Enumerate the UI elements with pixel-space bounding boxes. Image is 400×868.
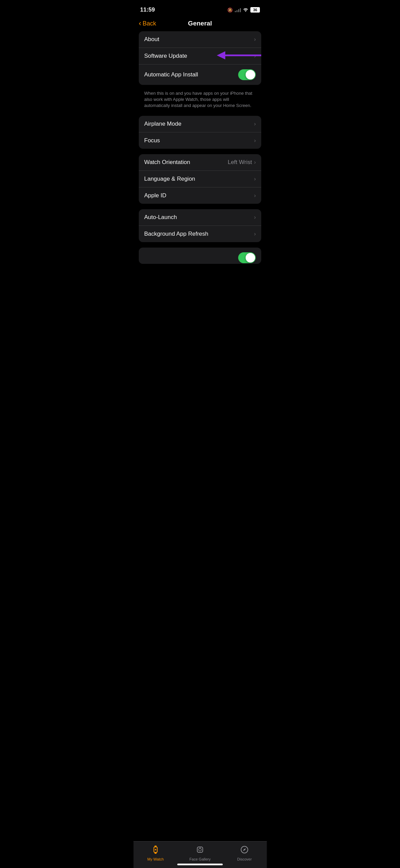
battery-level: 36 — [250, 7, 260, 13]
status-icons: 🔕 36 — [227, 7, 260, 13]
auto-launch-row[interactable]: Auto-Launch › — [139, 209, 261, 226]
battery: 36 — [250, 7, 260, 13]
background-app-refresh-chevron-icon: › — [254, 231, 256, 237]
settings-group-4: Auto-Launch › Background App Refresh › — [139, 209, 261, 242]
back-button[interactable]: ‹ Back — [139, 20, 156, 27]
airplane-mode-chevron-icon: › — [254, 121, 256, 127]
airplane-mode-label: Airplane Mode — [144, 121, 182, 127]
partial-toggle-thumb — [246, 253, 255, 263]
watch-orientation-value: Left Wrist — [228, 159, 252, 166]
automatic-app-install-description: When this is on and you have apps on you… — [139, 88, 261, 116]
software-update-row[interactable]: Software Update › — [139, 48, 261, 65]
settings-content: About › Software Update › — [133, 31, 267, 311]
watch-orientation-label: Watch Orientation — [144, 159, 190, 166]
settings-group-partial — [139, 248, 261, 264]
automatic-app-install-toggle[interactable] — [238, 69, 256, 80]
background-app-refresh-label: Background App Refresh — [144, 231, 208, 237]
software-update-label: Software Update — [144, 53, 187, 59]
language-region-chevron-icon: › — [254, 176, 256, 182]
watch-orientation-chevron-icon: › — [254, 159, 256, 165]
status-time: 11:59 — [140, 6, 155, 13]
about-chevron-icon: › — [254, 36, 256, 42]
background-app-refresh-row[interactable]: Background App Refresh › — [139, 226, 261, 242]
silent-icon: 🔕 — [227, 7, 233, 13]
nav-bar: ‹ Back General — [133, 17, 267, 31]
partial-toggle[interactable] — [238, 252, 256, 263]
back-chevron-icon: ‹ — [139, 20, 141, 27]
airplane-mode-row[interactable]: Airplane Mode › — [139, 116, 261, 132]
partial-toggle-row — [139, 248, 261, 264]
language-region-row[interactable]: Language & Region › — [139, 171, 261, 187]
apple-id-label: Apple ID — [144, 192, 166, 199]
wifi-icon — [243, 7, 248, 13]
settings-group-1: About › Software Update › — [139, 31, 261, 85]
status-bar: 11:59 🔕 36 — [133, 0, 267, 17]
back-label: Back — [142, 20, 156, 27]
software-update-chevron-icon: › — [254, 53, 256, 59]
automatic-app-install-label: Automatic App Install — [144, 71, 198, 78]
focus-chevron-icon: › — [254, 138, 256, 144]
auto-launch-chevron-icon: › — [254, 214, 256, 220]
about-row[interactable]: About › — [139, 31, 261, 48]
page-title: General — [188, 20, 212, 27]
settings-group-3: Watch Orientation Left Wrist › Language … — [139, 154, 261, 204]
signal-bars — [235, 7, 241, 12]
focus-label: Focus — [144, 137, 160, 144]
watch-orientation-row[interactable]: Watch Orientation Left Wrist › — [139, 154, 261, 171]
settings-group-2: Airplane Mode › Focus › — [139, 116, 261, 149]
apple-id-row[interactable]: Apple ID › — [139, 187, 261, 204]
automatic-app-install-row[interactable]: Automatic App Install — [139, 65, 261, 85]
auto-launch-label: Auto-Launch — [144, 214, 177, 221]
apple-id-chevron-icon: › — [254, 193, 256, 199]
about-label: About — [144, 36, 159, 43]
toggle-thumb — [246, 70, 255, 79]
language-region-label: Language & Region — [144, 176, 195, 182]
focus-row[interactable]: Focus › — [139, 132, 261, 149]
